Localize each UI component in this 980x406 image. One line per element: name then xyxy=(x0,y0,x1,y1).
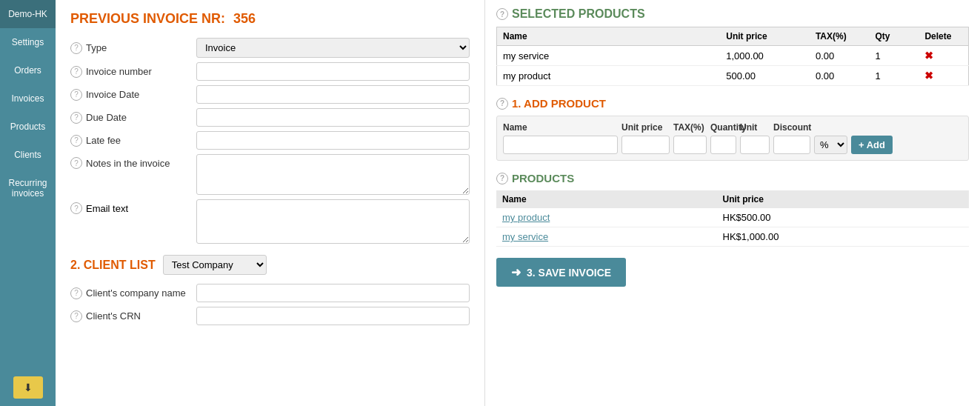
invoice-number-label: ? Invoice number xyxy=(70,66,196,78)
invoice-number-help-icon: ? xyxy=(70,66,82,78)
sp-tax: 0.00 xyxy=(810,46,869,66)
selected-product-row: my product 500.00 0.00 1 ✖ xyxy=(497,66,969,86)
col-header-unit-price: Unit price xyxy=(720,27,810,46)
client-company-name-label: ? Client's company name xyxy=(70,287,196,299)
pl-name-link[interactable]: my service xyxy=(496,227,717,247)
pl-name-link[interactable]: my product xyxy=(496,208,717,227)
col-header-qty: Qty xyxy=(869,27,919,46)
ap-name-input[interactable]: my product xyxy=(503,136,618,154)
sidebar-item-recurring[interactable]: Recurring invoices xyxy=(0,169,56,207)
add-product-title: ? 1. ADD PRODUCT xyxy=(496,97,969,110)
save-invoice-arrow-icon: ➜ xyxy=(511,265,521,279)
client-crn-row: ? Client's CRN xyxy=(70,307,470,325)
sidebar-item-products[interactable]: Products xyxy=(0,113,56,141)
add-product-help-icon: ? xyxy=(496,98,508,110)
crn-help-icon: ? xyxy=(70,310,82,322)
client-section-title: 2. CLIENT LIST xyxy=(70,259,156,272)
col-header-delete: Delete xyxy=(919,27,968,46)
col-header-tax: TAX(%) xyxy=(810,27,869,46)
notes-textarea[interactable] xyxy=(196,154,470,195)
ap-discount-input[interactable]: 0 xyxy=(773,136,810,154)
ap-col-price: Unit price xyxy=(621,122,670,133)
client-crn-input[interactable] xyxy=(196,307,470,325)
ap-unit-input[interactable] xyxy=(740,136,770,154)
prev-invoice-number: 356 xyxy=(233,11,256,26)
ap-col-name: Name xyxy=(503,122,618,133)
product-list-row: my service HK$1,000.00 xyxy=(496,227,969,247)
sp-qty: 1 xyxy=(869,46,919,66)
sidebar: Demo-HK Settings Orders Invoices Product… xyxy=(0,0,56,406)
late-fee-input[interactable] xyxy=(196,131,470,150)
type-row: ? Type Invoice Quote Credit Note xyxy=(70,38,470,58)
products-list-title: ? PRODUCTS xyxy=(496,172,969,184)
email-row: ? Email text xyxy=(70,199,470,244)
type-select[interactable]: Invoice Quote Credit Note xyxy=(196,38,470,58)
client-crn-label: ? Client's CRN xyxy=(70,310,196,322)
email-text-label: ? Email text xyxy=(70,199,196,214)
sp-delete-btn[interactable]: ✖ xyxy=(919,66,968,86)
ap-tax-input[interactable]: 0.00 xyxy=(673,136,707,154)
selected-products-help-icon: ? xyxy=(496,8,508,20)
invoice-date-help-icon: ? xyxy=(70,89,82,101)
sidebar-item-clients[interactable]: Clients xyxy=(0,141,56,169)
ap-col-tax: TAX(%) xyxy=(673,122,707,133)
late-fee-row: ? Late fee xyxy=(70,131,470,150)
ap-col-unit: Unit xyxy=(740,122,770,133)
sp-unit-price: 1,000.00 xyxy=(720,46,810,66)
pl-col-price: Unit price xyxy=(717,190,969,208)
sidebar-download-icon[interactable]: ⬇ xyxy=(13,376,43,399)
sidebar-bottom: ⬇ xyxy=(0,369,56,406)
left-panel: PREVIOUS INVOICE NR: 356 ? Type Invoice … xyxy=(56,0,485,406)
sp-qty: 1 xyxy=(869,66,919,86)
sp-delete-btn[interactable]: ✖ xyxy=(919,46,968,66)
invoice-date-input[interactable]: 13 Jun 2021 xyxy=(196,85,470,104)
prev-invoice-title: PREVIOUS INVOICE NR: 356 xyxy=(70,11,470,27)
sidebar-item-invoices[interactable]: Invoices xyxy=(0,84,56,113)
notes-help-icon: ? xyxy=(70,157,82,169)
email-help-icon: ? xyxy=(70,202,82,214)
products-list-help-icon: ? xyxy=(496,173,508,184)
invoice-date-row: ? Invoice Date 13 Jun 2021 xyxy=(70,85,470,104)
products-list-table: Name Unit price my product HK$500.00 my … xyxy=(496,190,969,247)
due-date-input[interactable]: 28 Jun 2021 xyxy=(196,108,470,127)
add-product-form: Name Unit price TAX(%) Quantity Unit Dis… xyxy=(496,116,969,161)
late-fee-help-icon: ? xyxy=(70,135,82,147)
company-name-help-icon: ? xyxy=(70,287,82,299)
sidebar-item-orders[interactable]: Orders xyxy=(0,56,56,84)
client-company-name-row: ? Client's company name Test Company xyxy=(70,284,470,302)
notes-row: ? Notes in the invoice xyxy=(70,154,470,195)
selected-products-title: ? SELECTED PRODUCTS xyxy=(496,7,969,21)
sp-unit-price: 500.00 xyxy=(720,66,810,86)
add-product-button[interactable]: + Add xyxy=(851,136,893,154)
type-help-icon: ? xyxy=(70,42,82,54)
client-section-header: 2. CLIENT LIST Test Company Client B Cli… xyxy=(70,251,470,278)
sp-name: my service xyxy=(497,46,721,66)
ap-col-discount: Discount xyxy=(773,122,833,133)
ap-col-qty: Quantity xyxy=(710,122,736,133)
sidebar-item-demo-hk[interactable]: Demo-HK xyxy=(0,0,56,28)
late-fee-label: ? Late fee xyxy=(70,135,196,147)
sp-tax: 0.00 xyxy=(810,66,869,86)
product-list-row: my product HK$500.00 xyxy=(496,208,969,227)
invoice-date-label: ? Invoice Date xyxy=(70,89,196,101)
ap-qty-input[interactable]: 1 xyxy=(710,136,736,154)
email-text-textarea[interactable] xyxy=(196,199,470,244)
sp-name: my product xyxy=(497,66,721,86)
client-list-select[interactable]: Test Company Client B Client C xyxy=(163,255,267,275)
invoice-number-row: ? Invoice number 357 xyxy=(70,62,470,81)
due-date-help-icon: ? xyxy=(70,112,82,124)
type-label: ? Type xyxy=(70,42,196,54)
save-invoice-button[interactable]: ➜ 3. SAVE INVOICE xyxy=(496,258,626,287)
sidebar-item-settings[interactable]: Settings xyxy=(0,28,56,56)
invoice-number-input[interactable]: 357 xyxy=(196,62,470,81)
ap-price-input[interactable]: 500.00 xyxy=(621,136,670,154)
pl-price: HK$500.00 xyxy=(717,208,969,227)
ap-discount-type-select[interactable]: % Fixed xyxy=(814,136,847,154)
notes-label: ? Notes in the invoice xyxy=(70,154,196,169)
due-date-label: ? Due Date xyxy=(70,112,196,124)
main-content: PREVIOUS INVOICE NR: 356 ? Type Invoice … xyxy=(56,0,980,406)
right-panel: ? SELECTED PRODUCTS Name Unit price TAX(… xyxy=(485,0,980,406)
client-company-name-input[interactable]: Test Company xyxy=(196,284,470,302)
col-header-name: Name xyxy=(497,27,721,46)
pl-price: HK$1,000.00 xyxy=(717,227,969,247)
